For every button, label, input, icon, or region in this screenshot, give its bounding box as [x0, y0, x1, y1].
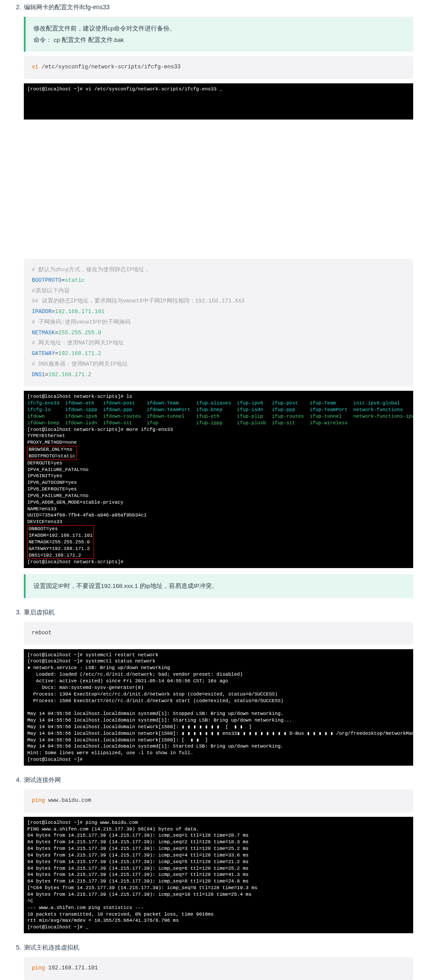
terminal-more-ifcfg: [root@localhost network-scripts]# ls ifc… — [24, 391, 413, 568]
note-backup: 修改配置文件前，建议使用cp命令对文件进行备份。 命令： cp 配置文件 配置文… — [24, 17, 413, 52]
step-title: 编辑网卡的配置文件ifcfg-ens33 — [24, 4, 109, 11]
cfg-val: 192.168.171.2 — [58, 351, 101, 357]
cfg-key: BOOTPROTO — [32, 277, 62, 284]
step-title: 测试主机连接虚拟机 — [24, 944, 79, 952]
cmd-name: ping — [32, 797, 45, 804]
terminal-body: DEFROUTE=yes IPV4_FAILURE_FATAL=no IPV6I… — [27, 460, 147, 525]
step-title: 测试连接外网 — [24, 776, 61, 784]
terminal-body: [root@localhost ~]# systemctl restart ne… — [27, 652, 413, 763]
cmd-name: reboot — [32, 630, 52, 636]
step-number: 5. — [9, 944, 21, 951]
step-4-header: 4. 测试连接外网 — [9, 776, 413, 784]
cmd-name: vi — [32, 64, 38, 70]
code-ping-baidu[interactable]: ping www.baidu.com — [24, 789, 413, 812]
step-5-header: 5. 测试主机连接虚拟机 — [9, 944, 413, 952]
cfg-val: 192.168.171.101 — [55, 309, 105, 315]
step-2: 2. 编辑网卡的配置文件ifcfg-ens33 修改配置文件前，建议使用cp命令… — [9, 4, 413, 598]
terminal-line: [root@localhost network-scripts]# more i… — [27, 427, 173, 432]
note-text: 设置固定IP时，不要设置192.168.xxx.1 的ip地址，容易造成IP冲突… — [34, 583, 218, 589]
terminal-body: BROWSER_ONLY=no BOOTPROTO=static — [29, 447, 75, 459]
step-title: 重启虚拟机 — [24, 609, 55, 617]
step-3: 3. 重启虚拟机 reboot [root@localhost ~]# syst… — [9, 609, 413, 766]
highlight-box-ipconfig: ONBOOT=yes IPADDR=192.168.171.101 NETMAS… — [27, 525, 94, 559]
step-number: 3. — [9, 609, 21, 616]
cmd-arg: www.baidu.com — [45, 797, 91, 804]
code-comment: # DNS服务器：使用NAT的网关IP地址 — [32, 361, 128, 367]
note-line: 命令： cp 配置文件 配置文件.bak — [34, 34, 405, 46]
code-comment: ## 设置的静态IP地址，要求网段与vmnet8中子网IP网段相同：192.16… — [32, 298, 245, 304]
step-number: 4. — [9, 776, 21, 783]
cmd-arg: 192.168.171.101 — [45, 965, 98, 971]
terminal-ls-row: ifdown ifdown-ipv6 ifdown-routes ifdown-… — [27, 414, 413, 419]
note-ip-conflict: 设置固定IP时，不要设置192.168.xxx.1 的ip地址，容易造成IP冲突… — [24, 574, 413, 598]
highlight-box-bootproto: BROWSER_ONLY=no BOOTPROTO=static — [27, 446, 77, 460]
step-3-header: 3. 重启虚拟机 — [9, 609, 413, 617]
ad-space-placeholder — [24, 127, 413, 251]
step-4: 4. 测试连接外网 ping www.baidu.com [root@local… — [9, 776, 413, 933]
cmd-name: ping — [32, 965, 45, 971]
terminal-systemctl-status: [root@localhost ~]# systemctl restart ne… — [24, 649, 413, 766]
code-comment: #添加以下内容 — [32, 288, 70, 294]
note-line: 修改配置文件前，建议使用cp命令对文件进行备份。 — [34, 23, 405, 34]
terminal-line: [root@localhost ~]# vi /etc/sysconfig/ne… — [27, 86, 222, 92]
terminal-body: [root@localhost ~]# ping www.baidu.com P… — [27, 820, 258, 930]
cfg-val: 192.168.171.2 — [49, 372, 92, 378]
cfg-key: NETMASK — [32, 330, 55, 336]
terminal-body: TYPE=Ethernet PROXY_METHOD=none — [27, 433, 77, 445]
terminal-ping-output: [root@localhost ~]# ping www.baidu.com P… — [24, 817, 413, 933]
terminal-line: [root@localhost network-scripts]# — [27, 559, 123, 565]
code-reboot[interactable]: reboot — [24, 622, 413, 645]
terminal-ls-row: ifcfg-ens33 ifdown-eth ifdown-post ifdow… — [27, 400, 400, 406]
code-comment: # 默认为dhcp方式，修改为使用静态IP地址， — [32, 267, 150, 273]
cfg-key: DNS1 — [32, 372, 45, 378]
code-comment: # 子网掩码:使用vmnet8中的子网掩码 — [32, 319, 131, 325]
terminal-ls-row: ifdown-bnep ifdown-isdn ifdown-sit ifup … — [27, 420, 347, 426]
cfg-key: GATEWAY — [32, 351, 55, 357]
cfg-key: IPADDR — [32, 309, 52, 315]
code-comment: # 网关地址：使用NAT的网关IP地址 — [32, 340, 124, 346]
terminal-body: ONBOOT=yes IPADDR=192.168.171.101 NETMAS… — [29, 526, 93, 557]
terminal-line: [root@localhost network-scripts]# ls — [27, 394, 132, 399]
code-ping-vm[interactable]: ping 192.168.171.101 — [24, 957, 413, 980]
code-vi-command[interactable]: vi /etc/sysconfig/network-scripts/ifcfg-… — [24, 56, 413, 79]
code-ifcfg-config[interactable]: # 默认为dhcp方式，修改为使用静态IP地址， BOOTPROTO=stati… — [24, 259, 413, 386]
terminal-vi: [root@localhost ~]# vi /etc/sysconfig/ne… — [24, 83, 413, 120]
step-5: 5. 测试主机连接虚拟机 ping 192.168.171.101 — [9, 944, 413, 980]
terminal-ls-row: ifcfg-lo ifdown-ippp ifdown-ppp ifdown-T… — [27, 407, 403, 412]
cfg-val: 255.255.255.0 — [58, 330, 101, 336]
step-2-header: 2. 编辑网卡的配置文件ifcfg-ens33 — [9, 4, 413, 11]
step-number: 2. — [9, 4, 21, 11]
cmd-arg: /etc/sysconfig/network-scripts/ifcfg-ens… — [38, 64, 181, 70]
cfg-val: static — [65, 277, 85, 284]
